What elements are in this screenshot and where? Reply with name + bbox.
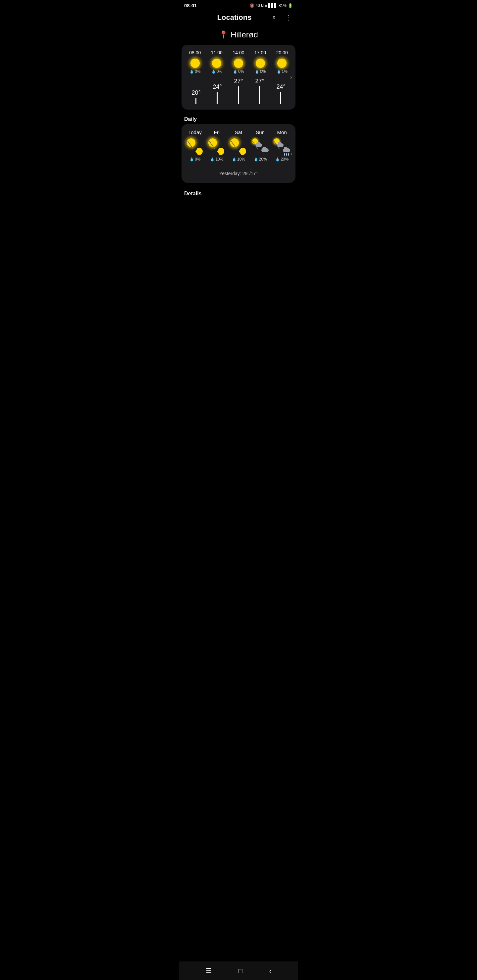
page-title: Locations	[184, 13, 284, 22]
daily-col-4: Mon 💧 20%	[271, 129, 293, 162]
daily-icon-2	[230, 138, 247, 156]
hourly-tempbar-col-3: 27°	[255, 78, 264, 104]
hour-time-2: 14:00	[233, 50, 244, 55]
daily-precip-3: 💧 20%	[254, 157, 267, 162]
precip-4: 💧 1%	[277, 69, 287, 74]
hourly-temp-line-1	[217, 92, 218, 104]
drop-icon-4: 💧	[277, 70, 281, 74]
day-name-2: Sat	[235, 129, 242, 135]
daily-grid: Today 💧 0% Fri 💧 10% Sat	[184, 129, 293, 162]
daily-col-3: Sun 💧 20%	[249, 129, 271, 162]
hourly-col-1: 11:00 💧 0%	[206, 50, 228, 74]
hour-time-4: 20:00	[276, 50, 288, 55]
day-name-4: Mon	[277, 129, 287, 135]
day-name-0: Today	[188, 129, 202, 135]
daily-drop-icon-3: 💧	[254, 157, 258, 162]
precip-val-3: 0%	[260, 69, 266, 74]
details-section-label: Details	[179, 187, 298, 199]
hourly-temp-3: 27°	[255, 78, 264, 85]
header-actions: ⚬ ⋮	[270, 12, 293, 23]
drop-icon-2: 💧	[233, 70, 238, 74]
signal-label: 4G LTE	[256, 4, 267, 7]
more-icon: ⋮	[285, 14, 292, 21]
app-header: Locations ⚬ ⋮	[179, 10, 298, 27]
status-time: 08:01	[184, 3, 197, 8]
hourly-temp-line-4	[280, 92, 281, 104]
hourly-temp-line-0	[195, 98, 196, 104]
hourly-temp-2: 27°	[234, 78, 243, 85]
location-name: Hillerød	[231, 30, 258, 40]
daily-col-0: Today 💧 0%	[184, 129, 206, 162]
hourly-temp-0: 20°	[191, 89, 200, 96]
hourly-col-0: 08:00 💧 0%	[184, 50, 206, 74]
daily-drop-icon-4: 💧	[275, 157, 280, 162]
hourly-col-3: 17:00 💧 0%	[249, 50, 271, 74]
daily-drop-icon-2: 💧	[232, 157, 236, 162]
drop-icon-3: 💧	[255, 70, 259, 74]
hourly-temp-line-2	[238, 86, 239, 104]
daily-precip-val-2: 10%	[237, 157, 245, 162]
daily-drop-icon-1: 💧	[210, 157, 215, 162]
daily-precip-val-0: 0%	[195, 157, 200, 162]
daily-precip-0: 💧 0%	[190, 157, 200, 162]
hourly-tempbar-col-0: 20°	[191, 89, 200, 104]
daily-precip-4: 💧 20%	[275, 157, 289, 162]
daily-card: Today 💧 0% Fri 💧 10% Sat	[182, 124, 295, 183]
drop-icon-0: 💧	[190, 70, 194, 74]
hourly-temp-4: 24°	[276, 83, 285, 91]
status-icons: 🔇 4G LTE ▋▋▋ 81% 🔋	[249, 3, 293, 8]
location-row: 📍 Hillerød	[179, 27, 298, 45]
search-button[interactable]: ⚬	[270, 12, 278, 23]
precip-val-4: 1%	[282, 69, 287, 74]
location-pin-icon: 📍	[219, 30, 228, 39]
daily-icon-4	[274, 138, 290, 156]
daily-icon-1	[208, 138, 225, 156]
precip-val-1: 0%	[217, 69, 222, 74]
drop-icon-1: 💧	[211, 70, 216, 74]
daily-col-2: Sat 💧 10%	[228, 129, 249, 162]
search-icon: ⚬	[271, 14, 277, 21]
hourly-tempbar-col-1: 24°	[213, 83, 222, 104]
hourly-col-2: 14:00 💧 0%	[228, 50, 249, 74]
precip-2: 💧 0%	[233, 69, 244, 74]
hourly-grid: 08:00 💧 0% 11:00 💧 0% 14:00 💧 0% 17:00	[184, 50, 293, 74]
hour-time-3: 17:00	[254, 50, 266, 55]
hourly-tempbar-col-2: 27°	[234, 78, 243, 104]
daily-precip-val-1: 10%	[215, 157, 223, 162]
hour-time-0: 08:00	[189, 50, 201, 55]
daily-section-label: Daily	[179, 114, 298, 124]
daily-precip-val-4: 20%	[281, 157, 289, 162]
mute-icon: 🔇	[249, 3, 254, 8]
battery-icon: 🔋	[288, 3, 293, 8]
status-bar: 08:01 🔇 4G LTE ▋▋▋ 81% 🔋	[179, 0, 298, 10]
hour-time-1: 11:00	[211, 50, 223, 55]
daily-chevron-icon[interactable]: ›	[290, 150, 292, 157]
signal-bars-icon: ▋▋▋	[268, 3, 277, 8]
day-name-3: Sun	[256, 129, 265, 135]
precip-val-2: 0%	[238, 69, 244, 74]
precip-0: 💧 0%	[190, 69, 200, 74]
daily-icon-0	[187, 138, 203, 156]
daily-precip-val-3: 20%	[259, 157, 267, 162]
hourly-tempbar-col-4: 24°	[276, 83, 285, 104]
hourly-temp-1: 24°	[213, 83, 222, 91]
hourly-temp-bars: 20° 24° 27° 27° 24°	[184, 78, 293, 104]
hourly-col-4: 20:00 💧 1%	[271, 50, 293, 74]
daily-precip-1: 💧 10%	[210, 157, 223, 162]
precip-1: 💧 0%	[211, 69, 222, 74]
battery-pct: 81%	[279, 3, 287, 8]
precip-val-0: 0%	[195, 69, 200, 74]
precip-3: 💧 0%	[255, 69, 266, 74]
daily-icon-3	[252, 138, 269, 156]
more-button[interactable]: ⋮	[284, 12, 293, 23]
hourly-card: 08:00 💧 0% 11:00 💧 0% 14:00 💧 0% 17:00	[182, 45, 295, 110]
daily-precip-2: 💧 10%	[232, 157, 245, 162]
yesterday-row: Yesterday: 29°/17°	[184, 171, 293, 177]
hourly-chevron-icon[interactable]: ›	[290, 74, 292, 81]
day-name-1: Fri	[214, 129, 220, 135]
hourly-temp-line-3	[259, 86, 260, 104]
daily-drop-icon-0: 💧	[190, 157, 194, 162]
daily-col-1: Fri 💧 10%	[206, 129, 228, 162]
